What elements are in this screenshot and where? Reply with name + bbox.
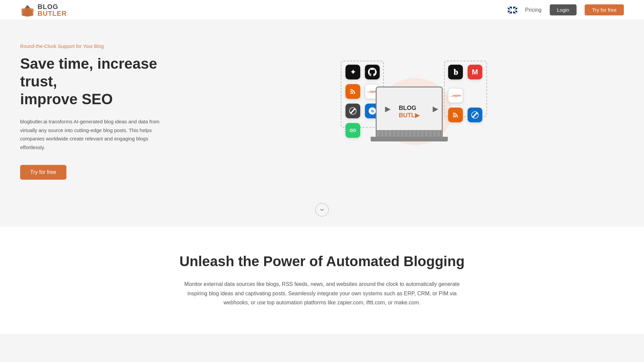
link-icon xyxy=(345,123,360,138)
logo-blog-text: BLOG xyxy=(38,3,67,10)
logo-icon xyxy=(20,3,35,17)
automated-blogging-section: Unleash the Power of Automated Blogging … xyxy=(0,227,644,334)
laptop-keyboard xyxy=(377,130,442,137)
language-flag[interactable] xyxy=(508,7,517,13)
hero-title-line2: improve SEO xyxy=(20,91,113,107)
pricing-link[interactable]: Pricing xyxy=(525,7,542,13)
hero-tagline: Round-the-Clock Support for Your Blog xyxy=(20,44,195,49)
wrench-icon: ✦ xyxy=(345,65,360,79)
b-icon: 𝐛 xyxy=(448,65,463,79)
hero-title-line1: Save time, increase trust, xyxy=(20,55,157,89)
hero-title: Save time, increase trust, improve SEO xyxy=(20,55,195,108)
hero-illustration: ✦ ...zapier ▶ ▶ BLOG xyxy=(195,58,624,165)
zapier-icon-right: ...zapier xyxy=(448,88,463,103)
wordpress-icon-right xyxy=(468,108,482,122)
nav-actions: Pricing Login Try for free xyxy=(508,4,624,15)
rss-icon-right xyxy=(448,108,463,122)
hero-section: Round-the-Clock Support for Your Blog Sa… xyxy=(0,20,644,200)
github-icon xyxy=(365,65,380,79)
section2-title: Unleash the Power of Automated Blogging xyxy=(20,253,624,269)
m-icon-right: M xyxy=(468,65,482,79)
laptop-base xyxy=(371,137,448,141)
hero-description: blogbutler.ai transforms AI-generated bl… xyxy=(20,117,174,152)
section2-description: Monitor external data sources like blogs… xyxy=(174,280,470,307)
chevron-down-icon xyxy=(319,207,325,213)
logo-butler-text: BUTLER xyxy=(38,10,67,17)
illustration-container: ✦ ...zapier ▶ ▶ BLOG xyxy=(329,58,490,165)
scroll-down-section xyxy=(0,200,644,227)
navbar: BLOG BUTLER Pricing Login Try for free xyxy=(0,0,644,20)
hero-content: Round-the-Clock Support for Your Blog Sa… xyxy=(20,44,195,180)
svg-point-4 xyxy=(351,93,352,94)
rss-icon-left xyxy=(345,84,360,99)
wordpress-icon-left xyxy=(345,104,360,118)
logo[interactable]: BLOG BUTLER xyxy=(20,3,67,17)
arrow-right: ▶ xyxy=(433,105,438,113)
login-button[interactable]: Login xyxy=(550,4,577,15)
svg-point-5 xyxy=(453,116,454,118)
try-free-hero-button[interactable]: Try for free xyxy=(20,165,66,180)
arrow-left: ▶ xyxy=(385,105,390,113)
try-free-nav-button[interactable]: Try for free xyxy=(585,4,624,15)
scroll-down-button[interactable] xyxy=(315,203,329,217)
